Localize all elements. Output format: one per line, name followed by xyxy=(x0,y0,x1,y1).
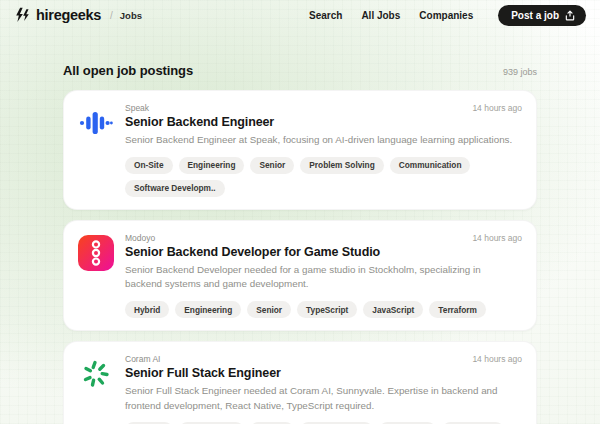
company-logo xyxy=(78,232,114,318)
tag[interactable]: Terraform xyxy=(429,301,486,318)
job-description: Senior Backend Developer needed for a ga… xyxy=(125,263,517,292)
tag[interactable]: On-Site xyxy=(125,157,173,174)
tag[interactable]: Senior xyxy=(250,157,294,174)
tag[interactable]: Engineering xyxy=(179,157,245,174)
job-description: Senior Full Stack Engineer needed at Cor… xyxy=(125,384,517,413)
brand-name: hiregeeks xyxy=(36,7,101,23)
job-list: 14 hours ago Speak Senior Backend Engine… xyxy=(63,90,537,424)
job-card-content: Speak Senior Backend Engineer Senior Bac… xyxy=(125,102,522,197)
nav-item-search[interactable]: Search xyxy=(309,10,342,21)
tag[interactable]: JavaScript xyxy=(363,301,423,318)
company-logo xyxy=(78,102,114,197)
job-card-speak[interactable]: 14 hours ago Speak Senior Backend Engine… xyxy=(63,90,537,210)
post-a-job-label: Post a job xyxy=(511,10,559,21)
job-title[interactable]: Senior Backend Engineer xyxy=(125,115,522,129)
nav-item-companies[interactable]: Companies xyxy=(419,10,473,21)
page-title: All open job postings xyxy=(63,63,193,78)
modoyo-rings-icon xyxy=(89,240,103,266)
tag[interactable]: Senior xyxy=(247,301,291,318)
tag[interactable]: Communication xyxy=(390,157,471,174)
company-logo xyxy=(78,353,114,424)
job-card-content: Coram AI Senior Full Stack Engineer Seni… xyxy=(125,353,522,424)
company-name: Speak xyxy=(125,103,522,113)
tag[interactable]: Problem Solving xyxy=(300,157,383,174)
post-a-job-button[interactable]: Post a job xyxy=(498,5,586,26)
job-card-modoyo[interactable]: 14 hours ago Modoyo Senior Backend Devel… xyxy=(63,220,537,331)
company-name: Coram AI xyxy=(125,354,522,364)
upload-icon xyxy=(565,10,575,21)
posted-time: 14 hours ago xyxy=(472,354,522,364)
top-navbar: hiregeeks / Jobs Search All Jobs Compani… xyxy=(0,0,600,30)
breadcrumb-jobs[interactable]: Jobs xyxy=(120,10,142,21)
speak-waveform-icon xyxy=(79,108,113,138)
brand-home-link[interactable]: hiregeeks xyxy=(14,7,101,24)
list-header: All open job postings 939 jobs xyxy=(63,63,537,78)
tag[interactable]: Engineering xyxy=(175,301,241,318)
hiregeeks-bolts-icon xyxy=(14,7,31,24)
coram-pinwheel-icon xyxy=(81,359,111,389)
tag[interactable]: Hybrid xyxy=(125,301,169,318)
job-card-content: Modoyo Senior Backend Developer for Game… xyxy=(125,232,522,318)
tag-list: On-Site Engineering Senior Problem Solvi… xyxy=(125,157,522,197)
job-title[interactable]: Senior Backend Developer for Game Studio xyxy=(125,245,522,259)
posted-time: 14 hours ago xyxy=(472,103,522,113)
breadcrumb-separator: / xyxy=(110,10,113,21)
job-title[interactable]: Senior Full Stack Engineer xyxy=(125,366,522,380)
company-name: Modoyo xyxy=(125,233,522,243)
posted-time: 14 hours ago xyxy=(472,233,522,243)
main-nav: Search All Jobs Companies Post a job xyxy=(309,5,586,26)
tag[interactable]: TypeScript xyxy=(297,301,357,318)
tag-list: Hybrid Engineering Senior TypeScript Jav… xyxy=(125,301,522,318)
job-description: Senior Backend Engineer at Speak, focusi… xyxy=(125,133,517,148)
jobs-count: 939 jobs xyxy=(503,67,537,77)
job-card-coram-ai[interactable]: 14 hours ago Coram AI Senior Ful xyxy=(63,341,537,424)
jobs-page-content: All open job postings 939 jobs 14 hours … xyxy=(63,63,537,424)
tag[interactable]: Software Developm.. xyxy=(125,180,225,197)
nav-item-all-jobs[interactable]: All Jobs xyxy=(361,10,400,21)
